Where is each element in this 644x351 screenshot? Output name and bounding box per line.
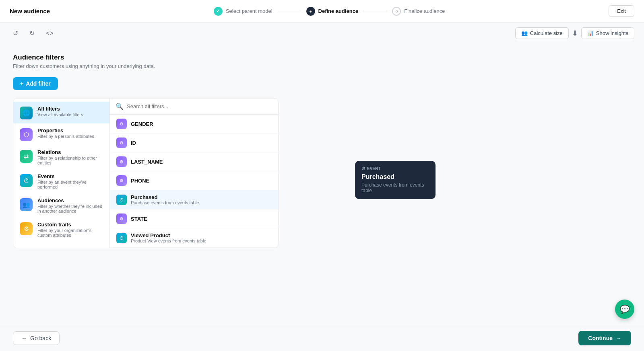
code-button[interactable]: <> [43, 28, 57, 39]
step-select-parent: ✓ Select parent model [214, 7, 272, 16]
toolbar-divider: ⬇ [572, 29, 578, 38]
list-item-state[interactable]: ⚙ STATE [110, 209, 278, 228]
step-label-finalize: Finalize audience [404, 8, 445, 14]
tooltip-tag-icon: ⏱ [361, 166, 365, 171]
search-bar: 🔍 [110, 99, 278, 115]
step-label-select: Select parent model [226, 8, 272, 14]
icon-relations: ⇄ [20, 150, 33, 163]
filter-label-id: ID [131, 140, 136, 146]
section-title: Audience filters [13, 53, 631, 62]
calculate-size-button[interactable]: 👥 Calculate size [515, 27, 569, 39]
step-circle-done: ✓ [214, 7, 223, 16]
sidebar-desc-relations: Filter by a relationship to other entiti… [37, 156, 103, 165]
filter-label-purchased: Purchased [131, 194, 199, 200]
search-icon: 🔍 [116, 103, 124, 110]
tooltip-title: Purchased [361, 173, 429, 181]
icon-phone: ⚙ [116, 175, 127, 186]
sidebar-item-relations[interactable]: ⇄ Relations Filter by a relationship to … [13, 145, 109, 169]
filter-label-phone: PHONE [131, 178, 149, 184]
filter-sidebar: 🌐 All filters View all available filters… [13, 99, 110, 248]
page-title: New audience [10, 8, 50, 14]
icon-last-name: ⚙ [116, 156, 127, 167]
exit-area: Exit [609, 5, 634, 17]
step-line-2 [363, 11, 387, 11]
filter-list: ⚙ GENDER ⚙ ID ⚙ LAST_NAME [110, 115, 278, 248]
list-item-gender[interactable]: ⚙ GENDER [110, 115, 278, 133]
step-label-define: Define audience [318, 8, 359, 14]
filter-panel: 🌐 All filters View all available filters… [13, 98, 279, 248]
top-nav: New audience ✓ Select parent model ● Def… [0, 0, 644, 23]
icon-box: ⬡ [20, 128, 33, 141]
sidebar-item-properties[interactable]: ⬡ Properties Filter by a person's attrib… [13, 123, 109, 145]
show-insights-button[interactable]: 📊 Show insights [581, 27, 634, 39]
filter-sub-purchased: Purchase events from events table [131, 200, 199, 205]
continue-arrow-icon: → [616, 335, 621, 341]
section-desc: Filter down customers using anything in … [13, 63, 631, 69]
list-item-phone[interactable]: ⚙ PHONE [110, 171, 278, 190]
filter-sub-viewed-product: Product View events from events table [131, 238, 206, 243]
tooltip-tag: ⏱ EVENT [361, 166, 429, 171]
go-back-button[interactable]: ← Go back [13, 331, 60, 345]
tooltip-tag-text: EVENT [367, 166, 380, 171]
insights-icon: 📊 [587, 30, 594, 36]
filter-tooltip: ⏱ EVENT Purchased Purchase events from e… [355, 161, 436, 199]
main-content: Audience filters Filter down customers u… [0, 44, 644, 258]
toolbar: ↺ ↻ <> 👥 Calculate size ⬇ 📊 Show insight… [0, 23, 644, 44]
calculate-icon: 👥 [521, 30, 528, 36]
steps-bar: ✓ Select parent model ● Define audience … [214, 7, 445, 16]
toolbar-history: ↺ ↻ <> [10, 28, 57, 39]
add-filter-label: Add filter [26, 80, 50, 87]
filter-label-last-name: LAST_NAME [131, 159, 163, 165]
sidebar-desc-events: Filter by an event they've performed [37, 180, 103, 189]
icon-viewed-product: ⏱ [116, 233, 127, 243]
go-back-label: Go back [30, 335, 51, 341]
icon-audiences: 👥 [20, 198, 33, 211]
filter-search-area: 🔍 ⚙ GENDER ⚙ ID ⚙ [110, 99, 278, 248]
step-finalize: ○ Finalize audience [392, 7, 445, 16]
sidebar-desc-all: View all available filters [37, 112, 83, 117]
sidebar-label-custom: Custom traits [37, 222, 103, 228]
list-item-id[interactable]: ⚙ ID [110, 133, 278, 152]
continue-button[interactable]: Continue → [578, 331, 631, 345]
sidebar-label-audiences: Audiences [37, 197, 103, 203]
icon-gender: ⚙ [116, 119, 127, 129]
tooltip-desc: Purchase events from events table [361, 182, 429, 193]
sidebar-label-all: All filters [37, 106, 83, 112]
sidebar-label-relations: Relations [37, 149, 103, 155]
chat-icon: 💬 [620, 304, 630, 314]
sidebar-item-audiences[interactable]: 👥 Audiences Filter by whether they're in… [13, 193, 109, 218]
filter-label-state: STATE [131, 216, 147, 222]
sidebar-item-custom-traits[interactable]: ⚙ Custom traits Filter by your organizat… [13, 218, 109, 242]
sidebar-desc-audiences: Filter by whether they're included in an… [37, 204, 103, 213]
list-item-purchased[interactable]: ⏱ Purchased Purchase events from events … [110, 190, 278, 209]
exit-button[interactable]: Exit [609, 5, 634, 17]
chat-fab-button[interactable]: 💬 [615, 300, 634, 319]
filter-label-gender: GENDER [131, 121, 153, 127]
undo-button[interactable]: ↺ [10, 28, 21, 39]
insights-label: Show insights [596, 30, 628, 36]
step-circle-current: ● [306, 7, 315, 16]
add-filter-icon: + [20, 80, 23, 87]
sidebar-item-all-filters[interactable]: 🌐 All filters View all available filters [13, 102, 109, 123]
continue-label: Continue [588, 335, 613, 341]
sidebar-desc-properties: Filter by a person's attributes [37, 134, 94, 139]
sidebar-label-events: Events [37, 173, 103, 179]
search-input[interactable] [127, 103, 272, 109]
icon-globe: 🌐 [20, 107, 33, 119]
step-line-1 [277, 11, 301, 11]
list-item-last-name[interactable]: ⚙ LAST_NAME [110, 152, 278, 171]
redo-button[interactable]: ↻ [26, 28, 38, 39]
list-item-viewed-product[interactable]: ⏱ Viewed Product Product View events fro… [110, 228, 278, 248]
step-circle-pending: ○ [392, 7, 401, 16]
toolbar-actions: 👥 Calculate size ⬇ 📊 Show insights [515, 27, 634, 39]
add-filter-button[interactable]: + Add filter [13, 77, 58, 90]
filter-label-viewed-product: Viewed Product [131, 232, 206, 238]
icon-id: ⚙ [116, 138, 127, 148]
sidebar-item-events[interactable]: ⏱ Events Filter by an event they've perf… [13, 169, 109, 193]
sidebar-desc-custom: Filter by your organization's custom att… [37, 228, 103, 238]
icon-custom-traits: ⚙ [20, 222, 33, 235]
icon-events: ⏱ [20, 174, 33, 187]
calculate-label: Calculate size [530, 30, 563, 36]
step-define: ● Define audience [306, 7, 359, 16]
icon-state: ⚙ [116, 213, 127, 224]
